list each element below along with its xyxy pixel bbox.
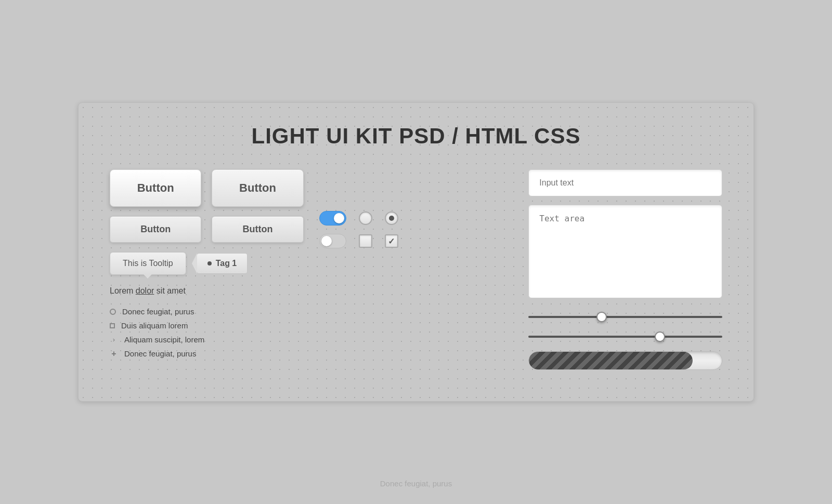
right-column	[528, 169, 722, 370]
slider-2[interactable]	[528, 331, 722, 342]
radio-unchecked[interactable]	[359, 211, 372, 225]
slider-thumb-2[interactable]	[655, 331, 665, 342]
secondary-button-1[interactable]: Button	[110, 216, 201, 243]
slider-thumb-1[interactable]	[596, 312, 607, 322]
tooltip-section: This is Tooltip Tag 1	[110, 252, 304, 275]
tag-label: Tag 1	[216, 259, 237, 268]
radio-checked[interactable]	[385, 211, 398, 225]
progress-fill	[529, 352, 693, 369]
left-column: Button Button Button Button This is Tool…	[110, 169, 304, 358]
textarea-input[interactable]	[528, 205, 722, 298]
tag-element[interactable]: Tag 1	[197, 253, 248, 274]
toggle-row-2	[319, 234, 513, 248]
arrow-icon: ›	[110, 336, 118, 344]
progress-bar	[528, 351, 722, 370]
toggle-section	[319, 211, 513, 248]
tag-dot-icon	[207, 261, 212, 266]
main-panel: LIGHT UI KIT PSD / HTML CSS Button Butto…	[78, 102, 754, 402]
text-input[interactable]	[528, 169, 722, 196]
toggle-off[interactable]	[319, 234, 346, 248]
lorem-intro: Lorem dolor sit amet	[110, 286, 304, 296]
toggle-knob	[321, 236, 332, 246]
page-title: LIGHT UI KIT PSD / HTML CSS	[110, 124, 722, 149]
secondary-button-2[interactable]: Button	[212, 216, 303, 243]
toggle-row-1	[319, 211, 513, 226]
slider-track-1	[528, 316, 722, 318]
footer-text: Donec feugiat, purus	[380, 479, 452, 488]
tooltip-button[interactable]: This is Tooltip	[110, 252, 186, 275]
list-item: › Aliquam suscipit, lorem	[110, 335, 304, 344]
slider-track-2	[528, 336, 722, 338]
square-icon	[110, 323, 115, 328]
list-item: Duis aliquam lorem	[110, 321, 304, 330]
plus-icon: +	[110, 350, 118, 358]
button-row-2: Button Button	[110, 216, 304, 243]
toggle-knob	[334, 213, 344, 223]
list-item: Donec feugiat, purus	[110, 307, 304, 316]
slider-1[interactable]	[528, 312, 722, 322]
middle-column	[319, 169, 513, 248]
list-items: Donec feugiat, purus Duis aliquam lorem …	[110, 307, 304, 358]
primary-button-2[interactable]: Button	[212, 169, 303, 207]
slider-section	[528, 312, 722, 370]
toggle-on[interactable]	[319, 211, 346, 226]
list-item: + Donec feugiat, purus	[110, 349, 304, 358]
circle-icon	[110, 309, 116, 315]
primary-button-1[interactable]: Button	[110, 169, 201, 207]
button-row-1: Button Button	[110, 169, 304, 207]
checkbox-unchecked[interactable]	[359, 234, 372, 248]
checkbox-checked[interactable]	[385, 234, 398, 248]
content-grid: Button Button Button Button This is Tool…	[110, 169, 722, 370]
